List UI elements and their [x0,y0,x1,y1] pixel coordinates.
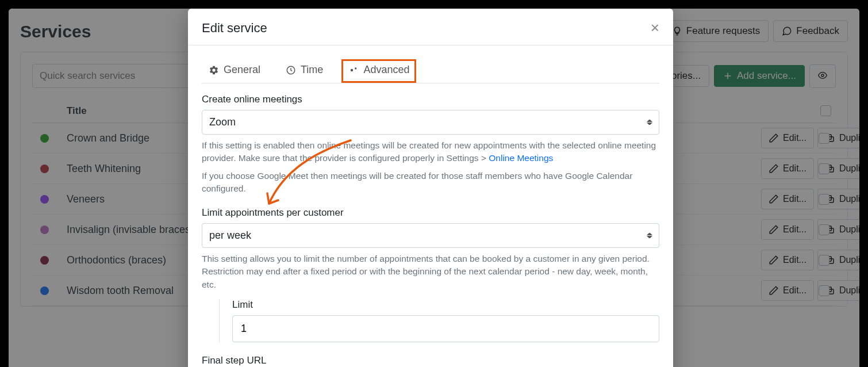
clock-icon [286,65,296,75]
limit-help: This setting allows you to limit the num… [202,253,659,291]
limit-count-input[interactable] [232,315,659,342]
modal-title: Edit service [202,21,267,36]
select-caret-icon [647,231,652,239]
tab-advanced[interactable]: Advanced [341,59,416,83]
svg-point-14 [351,68,354,71]
tab-label: Advanced [363,64,409,76]
edit-service-modal: Edit service × General Time Advanced Cre… [188,9,673,367]
meetings-help-2: If you choose Google Meet then meetings … [202,170,659,196]
gear-icon [209,65,219,75]
svg-point-15 [355,67,356,69]
meetings-select[interactable]: Zoom [202,110,659,135]
tab-label: Time [301,64,323,76]
limit-period-select[interactable]: per week [202,223,659,248]
tab-label: General [224,64,260,76]
limit-label: Limit appointments per customer [202,207,659,219]
close-icon[interactable]: × [651,19,659,37]
gears-icon [348,65,359,75]
limit-count-label: Limit [232,299,659,311]
select-caret-icon [647,118,652,127]
meetings-help: If this setting is enabled then online m… [202,139,659,165]
online-meetings-link[interactable]: Online Meetings [489,153,553,163]
final-step-label: Final step URL [202,355,659,366]
meetings-label: Create online meetings [202,94,659,105]
tab-time[interactable]: Time [279,59,330,83]
tab-general[interactable]: General [202,59,267,83]
